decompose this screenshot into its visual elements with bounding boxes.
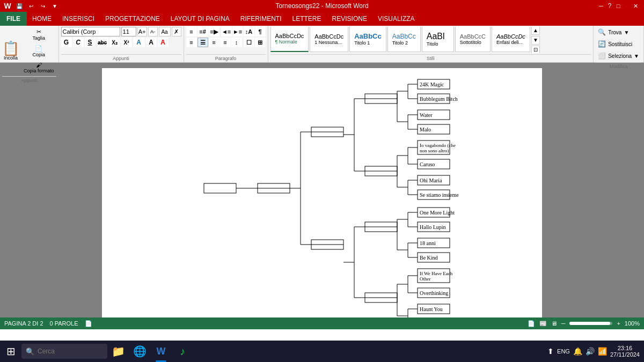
taskbar-explorer[interactable]: 📁 xyxy=(107,341,129,362)
view-page-btn[interactable]: 📄 xyxy=(528,320,535,327)
menu-layout[interactable]: LAYOUT DI PAGINA xyxy=(165,12,235,26)
cut-button[interactable]: ✂ Taglia xyxy=(21,27,56,42)
clear-format-button[interactable]: ✗ xyxy=(172,27,181,36)
taskbar-spotify[interactable]: ♪ xyxy=(172,341,193,362)
line-spacing-button[interactable]: ↕ xyxy=(231,38,242,47)
tray-bell[interactable]: 🔔 xyxy=(573,347,582,356)
bullets-button[interactable]: ≡ xyxy=(186,27,197,36)
styles-more[interactable]: ⊡ xyxy=(531,46,540,54)
customize-quick-btn[interactable]: ▼ xyxy=(49,0,60,12)
style-no-spacing[interactable]: AaBbCcDc 1 Nessuna... xyxy=(310,27,348,52)
font-name-input[interactable] xyxy=(61,27,120,36)
save-quick-btn[interactable]: 💾 xyxy=(14,0,25,12)
minimize-button[interactable]: ─ xyxy=(592,0,610,12)
show-marks-button[interactable]: ¶ xyxy=(255,27,266,36)
style-emphasis[interactable]: AaBbCcDc Enfasi deli... xyxy=(492,27,530,52)
menubar: FILE HOME INSERISCI PROGETTAZIONE LAYOUT… xyxy=(0,12,644,26)
tray-lang[interactable]: ENG xyxy=(557,348,570,354)
menu-file[interactable]: FILE xyxy=(0,12,27,26)
increase-indent-button[interactable]: ►≡ xyxy=(232,27,243,36)
tray-network[interactable]: 📶 xyxy=(598,347,607,356)
bold-button[interactable]: G xyxy=(61,38,72,47)
style-normal[interactable]: AaBbCcDc ¶ Normale xyxy=(270,27,309,52)
window-title: Torneosongs22 - Microsoft Word xyxy=(275,2,368,10)
subscript-button[interactable]: X₂ xyxy=(109,38,120,47)
multilevel-button[interactable]: ≡▶ xyxy=(209,27,219,36)
style-subtitle[interactable]: AaBbCcC Sottotitolo xyxy=(455,27,491,52)
r1-label-14: Overthinking xyxy=(420,290,448,296)
menu-riferimenti[interactable]: RIFERIMENTI xyxy=(235,12,287,26)
r1-label-15: Haunt You xyxy=(420,306,443,312)
shading-button[interactable]: ☐ xyxy=(244,38,254,47)
view-web-btn[interactable]: 🖥 xyxy=(551,320,557,327)
styles-label: Stili xyxy=(270,54,591,61)
select-button[interactable]: ⬜ Seleziona ▼ xyxy=(596,50,641,61)
start-button[interactable]: ⊞ xyxy=(0,341,21,362)
decrease-indent-button[interactable]: ◄≡ xyxy=(221,27,232,36)
align-right-button[interactable]: ≡ xyxy=(209,38,219,47)
menu-progettazione[interactable]: PROGETTAZIONE xyxy=(100,12,165,26)
ribbon-content: 📋 Incolla ✂ Taglia 📄 Copia 🖌 Copia forma… xyxy=(0,26,644,62)
tray-speaker[interactable]: 🔊 xyxy=(586,347,595,356)
copy-button[interactable]: 📄 Copia xyxy=(21,43,56,59)
tray-clock[interactable]: 23:16 27/11/2024 xyxy=(610,345,640,358)
numbering-button[interactable]: ≡# xyxy=(197,27,208,36)
superscript-button[interactable]: X² xyxy=(121,38,132,47)
taskbar-word[interactable]: W xyxy=(150,341,172,362)
restore-button[interactable]: □ xyxy=(610,0,627,12)
statusbar: PAGINA 2 DI 2 0 PAROLE 📄 📄 📰 🖥 ─ + 100% xyxy=(0,317,644,329)
style-heading1[interactable]: AaBbCc Titolo 1 xyxy=(349,27,386,52)
zoom-slider[interactable] xyxy=(569,322,612,325)
text-effects-button[interactable]: A xyxy=(133,38,145,47)
style-heading2[interactable]: AaBbCc Titolo 2 xyxy=(387,27,421,52)
shrink-font-button[interactable]: A- xyxy=(148,27,158,36)
menu-visualizza[interactable]: VISUALIZZA xyxy=(372,12,420,26)
paste-button[interactable]: 📋 Incolla xyxy=(2,41,19,61)
sort-button[interactable]: ↕A xyxy=(244,27,254,36)
justify-button[interactable]: ≡ xyxy=(220,38,231,47)
clipboard-group: 📋 Incolla ✂ Taglia 📄 Copia 🖌 Copia forma… xyxy=(0,26,59,62)
grow-font-button[interactable]: A+ xyxy=(137,27,147,36)
r1-label-9: One More Light xyxy=(420,210,455,216)
borders-button[interactable]: ⊞ xyxy=(255,38,266,47)
menu-revisione[interactable]: REVISIONE xyxy=(327,12,372,26)
styles-scroll-up[interactable]: ▲ xyxy=(531,27,540,35)
zoom-out-btn[interactable]: ─ xyxy=(561,320,566,327)
finals-box xyxy=(204,183,236,193)
menu-inserisci[interactable]: INSERISCI xyxy=(57,12,100,26)
document-page: 24K Magic Bubblegum Bitch Water Malo Io … xyxy=(102,68,542,317)
tray-arrow[interactable]: ⬆ xyxy=(547,347,554,356)
menu-home[interactable]: HOME xyxy=(27,12,57,26)
format-painter-button[interactable]: 🖌 Copia formato xyxy=(21,60,56,75)
replace-button[interactable]: 🔄 Sostituisci xyxy=(596,39,634,49)
highlight-button[interactable]: A xyxy=(146,38,157,47)
redo-quick-btn[interactable]: ↪ xyxy=(38,0,48,12)
document-area[interactable]: 24K Magic Bubblegum Bitch Water Malo Io … xyxy=(0,63,644,317)
strikethrough-button[interactable]: abc xyxy=(97,38,108,47)
style-title[interactable]: AaBl Titolo xyxy=(422,27,454,52)
font-group: A+ A- Aa ✗ G C S abc X₂ X² A A A Appunti xyxy=(59,26,184,62)
change-case-button[interactable]: Aa xyxy=(159,27,171,36)
r1-label-1: 24K Magic xyxy=(420,82,444,87)
menu-lettere[interactable]: LETTERE xyxy=(287,12,327,26)
find-button[interactable]: 🔍 Trova ▼ xyxy=(596,27,631,38)
align-center-button[interactable]: ☰ xyxy=(197,38,208,47)
zoom-in-btn[interactable]: + xyxy=(617,320,620,327)
close-button[interactable]: ✕ xyxy=(627,0,644,12)
font-size-input[interactable] xyxy=(121,27,136,36)
undo-quick-btn[interactable]: ↩ xyxy=(26,0,36,12)
taskbar-chrome[interactable]: 🌐 xyxy=(129,341,150,362)
font-label: Appunti xyxy=(61,54,181,61)
r1-label-7: Ohi Maria xyxy=(420,178,442,183)
italic-button[interactable]: C xyxy=(73,38,84,47)
view-read-btn[interactable]: 📰 xyxy=(539,320,547,327)
align-left-button[interactable]: ≡ xyxy=(186,38,197,47)
taskbar-search[interactable]: 🔍 xyxy=(21,344,107,359)
underline-button[interactable]: S xyxy=(85,38,96,47)
taskbar-search-input[interactable] xyxy=(38,348,91,355)
styles-scroll-down[interactable]: ▼ xyxy=(531,36,540,45)
language-icon[interactable]: 📄 xyxy=(85,320,92,327)
font-color-button[interactable]: A xyxy=(158,38,169,47)
titlebar-controls: ─ □ ✕ xyxy=(592,0,644,12)
styles-group: AaBbCcDc ¶ Normale AaBbCcDc 1 Nessuna...… xyxy=(268,26,594,62)
